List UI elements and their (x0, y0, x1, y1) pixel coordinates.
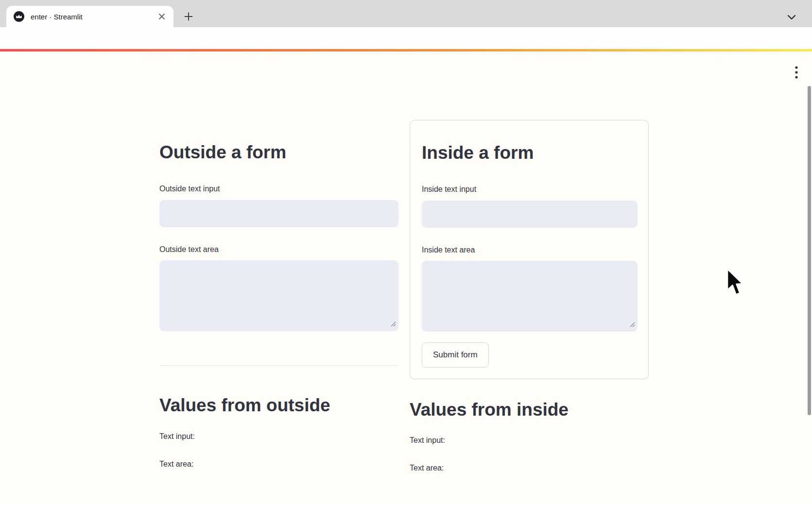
inside-text-input-label: Inside text input (422, 184, 476, 195)
outside-column: Outside a form Outside text input Outsid… (159, 51, 398, 505)
outside-text-area-value-line: Text area: (159, 458, 193, 470)
tab-list-chevron-icon[interactable] (783, 11, 800, 24)
scrollbar-thumb[interactable] (808, 86, 811, 415)
outside-text-area-label: Outside text area (159, 244, 219, 255)
inside-text-area[interactable] (422, 261, 638, 332)
divider (159, 365, 398, 366)
inside-heading: Inside a form (422, 142, 534, 164)
tab-close-icon[interactable] (157, 12, 167, 21)
outside-text-input[interactable] (159, 200, 398, 227)
inside-text-area-value-line: Text area: (410, 462, 444, 474)
browser-window: enter · Streamlit (0, 0, 812, 505)
outside-text-input-value-line: Text input: (159, 431, 195, 442)
inside-text-input-value-line: Text input: (410, 435, 445, 446)
three-dots-icon (795, 65, 798, 81)
inside-column: Inside a form Inside text input Inside t… (410, 51, 649, 505)
inside-text-area-label: Inside text area (422, 244, 475, 256)
browser-toolbar: localhost:8501 (0, 27, 812, 50)
values-inside-heading: Values from inside (410, 399, 569, 421)
inside-text-input[interactable] (422, 201, 638, 228)
new-tab-button[interactable] (181, 9, 196, 24)
values-outside-heading: Values from outside (159, 394, 330, 417)
browser-tab[interactable]: enter · Streamlit (6, 6, 173, 27)
app-menu-button[interactable] (790, 63, 803, 83)
form-container: Inside a form Inside text input Inside t… (410, 120, 649, 379)
submit-form-button[interactable]: Submit form (422, 342, 489, 368)
outside-text-area[interactable] (159, 260, 398, 331)
outside-text-input-label: Outside text input (159, 183, 220, 195)
outside-heading: Outside a form (159, 141, 286, 164)
tab-strip: enter · Streamlit (0, 0, 812, 27)
resize-grip-icon[interactable] (630, 320, 635, 329)
streamlit-favicon-icon (13, 11, 25, 22)
resize-grip-icon[interactable] (391, 320, 396, 329)
tab-title: enter · Streamlit (31, 13, 157, 21)
streamlit-app: Outside a form Outside text input Outsid… (0, 51, 812, 505)
